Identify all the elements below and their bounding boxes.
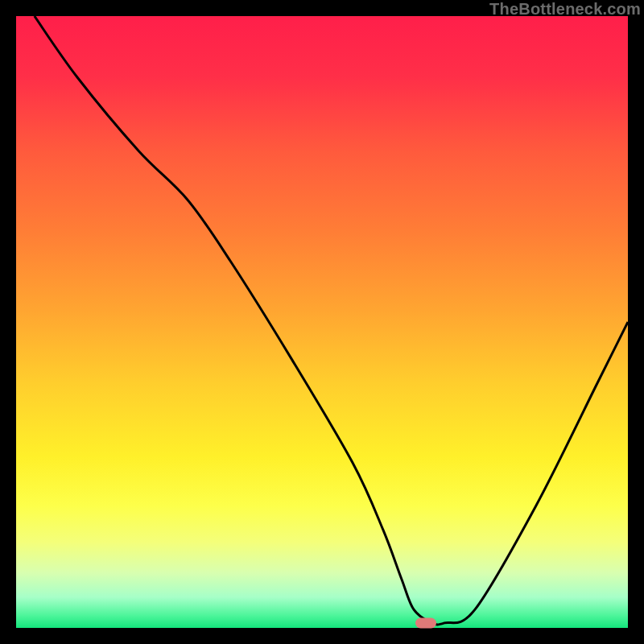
plot-area [16,16,628,628]
bottleneck-curve [35,16,628,625]
curve-layer [16,16,628,628]
chart-container: TheBottleneck.com [0,0,644,644]
optimal-marker [415,617,436,628]
